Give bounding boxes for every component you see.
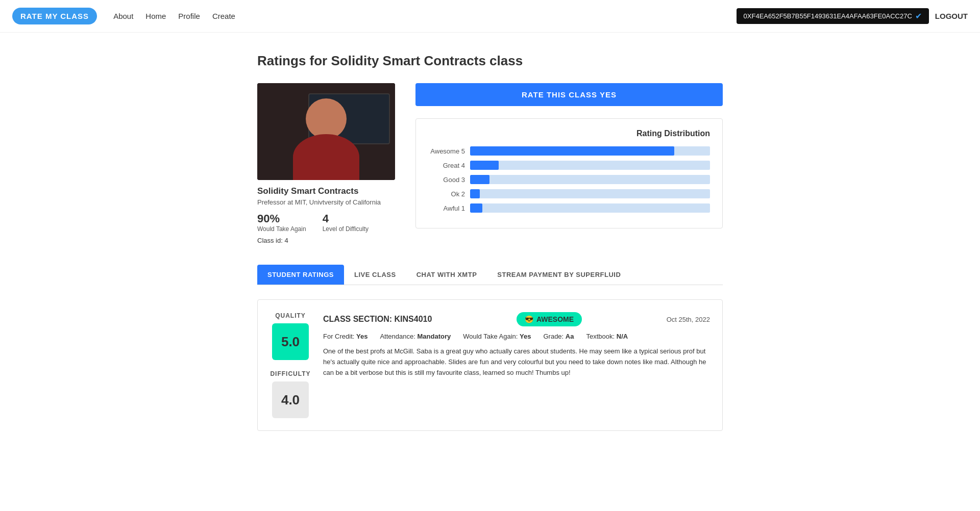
wallet-badge: 0XF4EA652F5B7B55F1493631EA4AFAA63FE0ACC2… bbox=[737, 8, 929, 24]
difficulty-label: Level of Difficulty bbox=[323, 225, 369, 233]
dist-label: Ok 2 bbox=[428, 190, 465, 198]
dist-bar-fill bbox=[470, 189, 480, 198]
difficulty-stat: 4 Level of Difficulty bbox=[323, 212, 369, 233]
dist-row: Awful 1 bbox=[428, 203, 710, 213]
dist-bar-bg bbox=[470, 189, 710, 198]
difficulty-value: 4 bbox=[323, 212, 369, 225]
dist-bar-fill bbox=[470, 175, 489, 184]
class-subtitle: Prefessor at MIT, Univtversity of Califo… bbox=[257, 198, 395, 206]
tabs: STUDENT RATINGSLIVE CLASSCHAT WITH XMTPS… bbox=[257, 265, 723, 285]
class-photo bbox=[257, 83, 395, 180]
class-name: Solidity Smart Contracts bbox=[257, 186, 395, 196]
wallet-check-icon: ✔ bbox=[915, 11, 922, 21]
dist-label: Great 4 bbox=[428, 162, 465, 169]
dist-row: Good 3 bbox=[428, 175, 710, 184]
class-info: Solidity Smart Contracts Prefessor at MI… bbox=[257, 83, 395, 244]
distribution-bars: Awesome 5 Great 4 Good 3 Ok 2 Awful 1 bbox=[428, 146, 710, 213]
dist-label: Good 3 bbox=[428, 176, 465, 184]
dist-bar-bg bbox=[470, 175, 710, 184]
tab-chat-with-xmtp[interactable]: CHAT WITH XMTP bbox=[406, 265, 487, 285]
dist-bar-bg bbox=[470, 146, 710, 156]
dist-row: Ok 2 bbox=[428, 189, 710, 198]
tab-live-class[interactable]: LIVE CLASS bbox=[344, 265, 406, 285]
would-take-again-stat: 90% Would Take Again bbox=[257, 212, 306, 233]
dist-bar-fill bbox=[470, 203, 482, 213]
stats-row: 90% Would Take Again 4 Level of Difficul… bbox=[257, 212, 395, 233]
dist-bar-bg bbox=[470, 203, 710, 213]
card-main: CLASS SECTION: KINS4010 😎 AWESOME Oct 25… bbox=[323, 312, 710, 378]
distribution-box: Rating Distribution Awesome 5 Great 4 Go… bbox=[415, 118, 723, 228]
quality-label: QUALITY bbox=[275, 312, 306, 319]
page-title: Ratings for Solidity Smart Contracts cla… bbox=[257, 53, 723, 69]
dist-bar-fill bbox=[470, 161, 499, 170]
rating-card: QUALITY 5.0 DIFFICULTY 4.0 CLASS SECTION… bbox=[257, 299, 723, 431]
dist-label: Awful 1 bbox=[428, 205, 465, 212]
nav-create[interactable]: Create bbox=[212, 12, 235, 20]
wallet-address: 0XF4EA652F5B7B55F1493631EA4AFAA63FE0ACC2… bbox=[744, 12, 912, 20]
logo: RATE MY CLASS bbox=[12, 8, 97, 24]
would-take: Would Take Again: Yes bbox=[463, 333, 531, 340]
dist-row: Great 4 bbox=[428, 161, 710, 170]
difficulty-column-label: DIFFICULTY bbox=[270, 370, 310, 377]
tab-stream-payment-by-superfluid[interactable]: STREAM PAYMENT BY SUPERFLUID bbox=[487, 265, 631, 285]
card-date: Oct 25th, 2022 bbox=[667, 316, 710, 323]
dist-bar-bg bbox=[470, 161, 710, 170]
card-review: One of the best profs at McGill. Saba is… bbox=[323, 346, 710, 378]
dist-row: Awesome 5 bbox=[428, 146, 710, 156]
class-id: Class id: 4 bbox=[257, 237, 395, 244]
logout-button[interactable]: LOGOUT bbox=[935, 12, 968, 20]
nav-about[interactable]: About bbox=[113, 12, 133, 20]
distribution-title: Rating Distribution bbox=[428, 129, 710, 138]
nav-home[interactable]: Home bbox=[145, 12, 166, 20]
dist-bar-fill bbox=[470, 146, 674, 156]
quality-column: QUALITY 5.0 DIFFICULTY 4.0 bbox=[270, 312, 311, 418]
textbook: Textbook: N/A bbox=[586, 333, 628, 340]
grade: Grade: Aa bbox=[543, 333, 574, 340]
card-section-title: CLASS SECTION: KINS4010 bbox=[323, 315, 432, 324]
nav-profile[interactable]: Profile bbox=[178, 12, 200, 20]
for-credit: For Credit: Yes bbox=[323, 333, 368, 340]
would-take-again-value: 90% bbox=[257, 212, 306, 225]
difficulty-score: 4.0 bbox=[272, 381, 309, 418]
quality-score: 5.0 bbox=[272, 323, 309, 360]
awesome-badge: 😎 AWESOME bbox=[517, 312, 582, 326]
tab-student-ratings[interactable]: STUDENT RATINGS bbox=[257, 265, 344, 285]
badge-emoji: 😎 bbox=[525, 315, 533, 323]
card-header: CLASS SECTION: KINS4010 😎 AWESOME Oct 25… bbox=[323, 312, 710, 326]
badge-text: AWESOME bbox=[536, 315, 574, 323]
card-meta: For Credit: Yes Attendance: Mandatory Wo… bbox=[323, 333, 710, 340]
would-take-again-label: Would Take Again bbox=[257, 225, 306, 233]
dist-label: Awesome 5 bbox=[428, 147, 465, 155]
attendance: Attendance: Mandatory bbox=[380, 333, 451, 340]
rate-class-button[interactable]: RATE THIS CLASS YES bbox=[415, 83, 723, 106]
rating-section: RATE THIS CLASS YES Rating Distribution … bbox=[415, 83, 723, 228]
